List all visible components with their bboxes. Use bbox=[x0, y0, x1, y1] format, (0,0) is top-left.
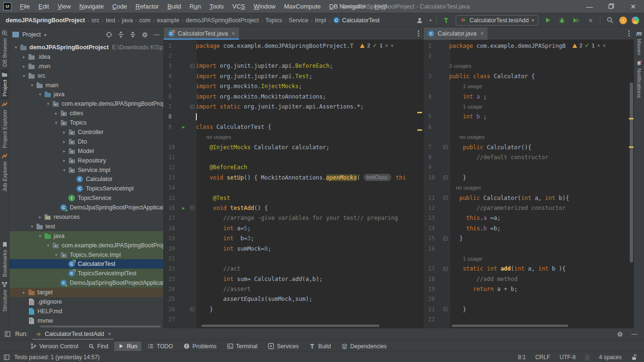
breadcrumb-item-service[interactable]: Service bbox=[289, 17, 309, 24]
select-opened-file-icon[interactable] bbox=[105, 31, 113, 38]
tree-item-topicservice[interactable]: ITopicService bbox=[9, 193, 163, 203]
file-encoding[interactable]: UTF-8 bbox=[560, 354, 576, 361]
tree-item-target[interactable]: ▸target bbox=[9, 288, 163, 297]
stripe-button-structure[interactable]: Structure bbox=[1, 279, 8, 314]
search-everywhere-icon[interactable] bbox=[605, 16, 615, 25]
editor-options-icon[interactable] bbox=[628, 30, 630, 36]
menu-item-run[interactable]: Run bbox=[185, 0, 205, 13]
fold-marker-icon[interactable]: − bbox=[188, 64, 196, 68]
menu-item-tools[interactable]: Tools bbox=[205, 0, 228, 13]
tree-expanded-icon[interactable]: ▾ bbox=[20, 73, 28, 78]
project-panel-title[interactable]: Project bbox=[22, 31, 41, 38]
tool-window-button-dependencies[interactable]: Dependencies bbox=[337, 342, 391, 351]
tree-collapsed-icon[interactable]: ▸ bbox=[20, 54, 28, 59]
run-test-gutter-icon[interactable]: ▶ bbox=[179, 125, 188, 129]
build-hammer-icon[interactable] bbox=[442, 16, 451, 25]
tree-item-dto[interactable]: ▸Dto bbox=[9, 137, 163, 146]
expand-all-icon[interactable] bbox=[117, 31, 125, 38]
menu-item-vcs[interactable]: VCS bbox=[228, 0, 249, 13]
tree-collapsed-icon[interactable]: ▸ bbox=[20, 290, 28, 295]
tree-item-calculatortest[interactable]: CCalculatorTest bbox=[9, 259, 163, 269]
menu-item-maxcompute[interactable]: MaxCompute bbox=[280, 0, 325, 13]
tree-item-topicsserviceimpltest[interactable]: CTopicsServiceImplTest bbox=[9, 269, 163, 278]
tree-collapsed-icon[interactable]: ▸ bbox=[53, 111, 60, 116]
tree-item-java[interactable]: ▾java bbox=[9, 90, 163, 99]
tree-item-cities[interactable]: ▸cities bbox=[9, 109, 163, 118]
tree-collapsed-icon[interactable]: ▸ bbox=[61, 158, 68, 163]
run-config-select[interactable]: CalculatorTest.testAdd ▾ bbox=[456, 15, 538, 26]
tool-window-button-find[interactable]: Find bbox=[84, 342, 112, 351]
menu-item-build[interactable]: Build bbox=[163, 0, 185, 13]
fold-marker-icon[interactable]: − bbox=[442, 175, 449, 180]
tree-item-service-impl[interactable]: ▾Service.Impl bbox=[9, 165, 163, 175]
tool-window-button-terminal[interactable]: Terminal bbox=[223, 342, 262, 351]
tree-item-com-example-demojpaspringbootproje[interactable]: ▾com.example.demoJPASpringBootProje bbox=[9, 241, 163, 250]
ide-features-icon[interactable] bbox=[632, 17, 639, 24]
menu-item-navigate[interactable]: Navigate bbox=[75, 0, 108, 13]
stripe-button-maven[interactable]: mMaven bbox=[636, 27, 643, 58]
gear-icon[interactable] bbox=[141, 31, 148, 38]
breadcrumb-item-demojpaspringbootproject[interactable]: demoJPASpringBootProject bbox=[186, 17, 259, 24]
hide-panel-icon[interactable]: — bbox=[632, 331, 638, 337]
tree-collapsed-icon[interactable]: ▸ bbox=[61, 139, 68, 144]
tree-item-resources[interactable]: ▸resources bbox=[9, 212, 163, 222]
horizontal-scrollbar[interactable] bbox=[452, 325, 568, 327]
tree-horizontal-scrollbar[interactable] bbox=[40, 326, 161, 327]
caret-position[interactable]: 8:1 bbox=[518, 354, 526, 361]
tree-collapsed-icon[interactable]: ▸ bbox=[61, 130, 68, 135]
code-area-left[interactable]: 1package com.example.demoJPASpringBootPr… bbox=[164, 40, 423, 328]
fold-marker-icon[interactable]: − bbox=[188, 105, 196, 109]
tree-expanded-icon[interactable]: ▾ bbox=[45, 101, 52, 106]
tree-expanded-icon[interactable]: ▾ bbox=[12, 45, 19, 50]
inspection-widget[interactable]: 2✓1∧∨ bbox=[360, 42, 394, 49]
user-dropdown-icon[interactable]: ▾ bbox=[429, 18, 432, 23]
tool-window-button-build[interactable]: Build bbox=[305, 342, 335, 351]
tree-item-demojpaspringbootprojectapplicati[interactable]: CDemoJpaSpringBootProjectApplicati bbox=[9, 278, 163, 288]
vertical-scrollbar[interactable] bbox=[630, 82, 633, 262]
tree-collapsed-icon[interactable]: ▸ bbox=[20, 64, 28, 69]
coverage-button-icon[interactable] bbox=[571, 16, 581, 25]
tree-item-topics[interactable]: ▾Topics bbox=[9, 118, 163, 127]
line-ending[interactable]: CRLF bbox=[535, 354, 550, 361]
close-tab-icon[interactable]: × bbox=[480, 30, 484, 37]
indent-style[interactable]: 4 spaces bbox=[599, 354, 622, 361]
tree-item-java[interactable]: ▾java bbox=[9, 231, 163, 241]
stripe-button-project-explorer[interactable]: Project Explorer bbox=[1, 99, 8, 151]
run-tab-calculatortest-testadd[interactable]: CalculatorTest.testAdd × bbox=[32, 328, 114, 340]
run-test-gutter-icon[interactable]: ▶ bbox=[179, 206, 188, 210]
tree-expanded-icon[interactable]: ▾ bbox=[53, 253, 60, 257]
tree-item-src[interactable]: ▾src bbox=[9, 71, 163, 81]
tree-collapsed-icon[interactable]: ▸ bbox=[37, 215, 44, 219]
breadcrumb-item-com[interactable]: com bbox=[139, 17, 151, 24]
breadcrumb-item-src[interactable]: src bbox=[92, 17, 100, 24]
tree-item-repository[interactable]: ▸Repository bbox=[9, 156, 163, 165]
tree-item-help-md[interactable]: HELP.md bbox=[9, 307, 163, 316]
tree-expanded-icon[interactable]: ▾ bbox=[28, 83, 36, 88]
tab-calculatortest-java[interactable]: C CalculatorTest.java × bbox=[164, 27, 239, 40]
fold-marker-icon[interactable]: − bbox=[188, 307, 196, 311]
close-tab-icon[interactable]: × bbox=[232, 30, 235, 37]
menu-item-file[interactable]: File bbox=[16, 0, 34, 13]
stripe-button-notifications[interactable]: Notifications bbox=[635, 58, 643, 100]
tool-window-button-services[interactable]: Services bbox=[264, 342, 303, 351]
tree-expanded-icon[interactable]: ▾ bbox=[37, 92, 44, 97]
stripe-button-bookmarks[interactable]: Bookmarks bbox=[1, 239, 8, 280]
run-button-icon[interactable] bbox=[543, 16, 552, 25]
unlock-icon[interactable] bbox=[631, 354, 637, 361]
fold-marker-icon[interactable]: − bbox=[188, 206, 196, 210]
tree-expanded-icon[interactable]: ▾ bbox=[28, 224, 36, 229]
tool-window-button-problems[interactable]: Problems bbox=[179, 342, 221, 351]
editor-options-icon[interactable] bbox=[418, 30, 419, 36]
fold-marker-icon[interactable]: − bbox=[442, 196, 449, 200]
tree-item-mvnw[interactable]: mvnw bbox=[9, 316, 163, 326]
chevron-down-icon[interactable]: ▾ bbox=[44, 32, 46, 37]
tree-expanded-icon[interactable]: ▾ bbox=[53, 120, 60, 125]
breadcrumb-item-java[interactable]: java bbox=[122, 17, 133, 24]
menu-item-edit[interactable]: Edit bbox=[34, 0, 53, 13]
minimize-icon[interactable]: — bbox=[579, 0, 600, 13]
tree-item-idea[interactable]: ▸.idea bbox=[9, 52, 163, 62]
tree-item-main[interactable]: ▾main bbox=[9, 81, 163, 90]
tree-item-demojpaspringbootproject[interactable]: ▾demoJPASpringBootProjectE:\Downloads K\… bbox=[9, 43, 163, 52]
user-icon[interactable] bbox=[415, 16, 424, 25]
breadcrumb-item-calculatortest[interactable]: CCalculatorTest bbox=[332, 17, 379, 24]
